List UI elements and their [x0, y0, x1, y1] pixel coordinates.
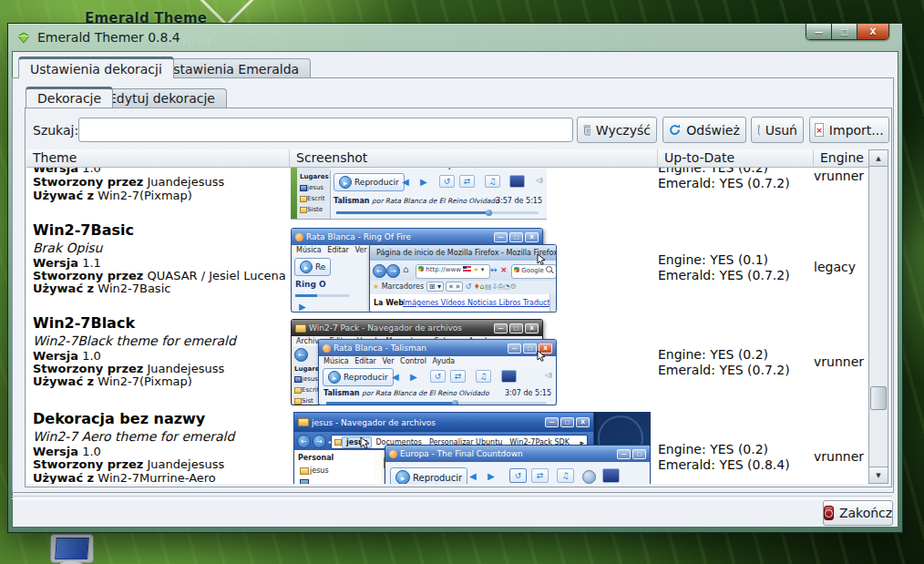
column-header-theme[interactable]: Theme [26, 149, 290, 168]
reproducir-button: ▶Reproducir [334, 173, 405, 191]
search-label: Szukaj: [33, 123, 78, 138]
maximize-button[interactable]: □ [832, 24, 857, 39]
desktop-screen: Emerald Theme Manager Emerald Themer 0.8… [0, 0, 924, 564]
playlist-icon [509, 175, 525, 188]
clear-button[interactable]: Wyczyść [577, 117, 657, 143]
trash-icon [583, 124, 590, 136]
computer-desktop-icon[interactable] [50, 534, 94, 564]
tab-dekoracje[interactable]: Dekoracje [26, 87, 113, 108]
mini-window-europa: Europa - The Final Countdown —□ ▶Reprodu… [385, 445, 651, 484]
trash-icon [757, 124, 760, 136]
close-button[interactable]: X [857, 24, 888, 39]
refresh-button[interactable]: Odśwież [662, 117, 746, 143]
tab-ustawienia-emeralda[interactable]: Ustawienia Emeralda [152, 58, 311, 78]
tab-edytuj-dekoracje[interactable]: Edytuj dekoracje [97, 88, 227, 108]
mini-window-talisman: Rata Blanca - Talisman —□X Música Editar… [318, 339, 557, 405]
scroll-down-button[interactable]: ▼ [869, 467, 888, 483]
scroll-up-button[interactable]: ▲ [869, 150, 888, 167]
import-file-icon: × [815, 123, 824, 137]
mouse-cursor [537, 253, 546, 266]
window-title: Emerald Themer 0.8.4 [37, 30, 180, 45]
list-scrollbar[interactable]: ▲ ▼ [868, 149, 888, 484]
mouse-cursor [537, 350, 546, 363]
screenshot-win27black: Win2-7 Pack - Navegador de archivos —□X … [291, 319, 557, 405]
shuffle-icon: ⇄ [459, 175, 475, 188]
screenshot-talisman-player: Lugares jesus Escrit Siste Música Editar… [291, 168, 547, 220]
scrollbar-thumb[interactable] [870, 386, 887, 410]
screenshot-win27basic: Rata Blanca - Ring Of Fire —□X Música Ed… [291, 228, 557, 313]
window-controls: — □ X [806, 24, 889, 40]
bottom-separator [12, 496, 892, 499]
search-input[interactable] [78, 118, 573, 142]
column-header-engine[interactable]: Engine [814, 149, 868, 168]
power-icon [824, 506, 834, 520]
emerald-app-icon [17, 32, 31, 44]
mouse-cursor [360, 436, 371, 450]
column-header-screenshot[interactable]: Screenshot [290, 149, 658, 168]
minimize-button[interactable]: — [806, 24, 832, 39]
screenshot-win27aero: jesus - Navegador de archivos —□X ← → ◀ … [293, 412, 651, 484]
titlebar[interactable]: Emerald Themer 0.8.4 [8, 24, 902, 51]
tab-ustawienia-dekoracji[interactable]: Ustawienia dekoracji [18, 56, 174, 78]
quit-button[interactable]: Zakończ [823, 500, 893, 526]
refresh-icon [669, 124, 681, 136]
note-icon: ♫ [485, 175, 500, 188]
theme-list: Wersja 1.0 Stworzony przez Juandejesuss … [26, 168, 868, 484]
remove-button[interactable]: Usuń [751, 117, 804, 143]
import-button[interactable]: × Import... [809, 117, 889, 143]
mini-window-firefox: Página de inicio de Mozilla Firefox - Mo… [369, 244, 557, 313]
column-header-uptodate[interactable]: Up-to-Date [658, 149, 814, 168]
repeat-icon: ↺ [439, 175, 455, 188]
